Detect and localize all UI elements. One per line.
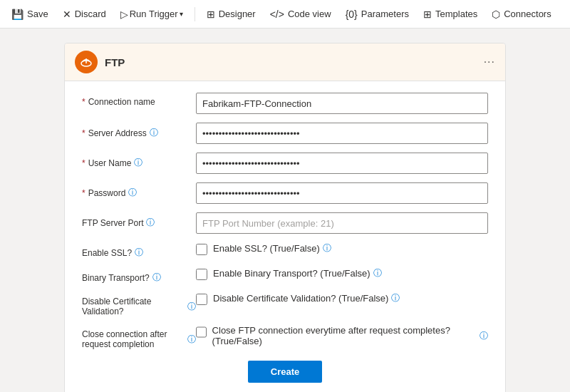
disable-cert-label: Disable Certificate Validation? ⓘ bbox=[82, 292, 196, 316]
binary-transport-label: Binary Transport? ⓘ bbox=[82, 267, 196, 284]
enable-ssl-control: Enable SSL? (True/False) ⓘ bbox=[196, 242, 488, 255]
disable-cert-checkbox-label: Disable Certificate Validation? (True/Fa… bbox=[213, 292, 400, 304]
user-name-info-icon[interactable]: ⓘ bbox=[134, 157, 142, 169]
ftp-title: FTP bbox=[105, 56, 484, 68]
enable-ssl-checkbox[interactable] bbox=[196, 244, 207, 255]
disable-cert-checkbox[interactable] bbox=[196, 294, 207, 305]
close-connection-checkbox-label: Close FTP connection everytime after req… bbox=[212, 325, 488, 346]
templates-label: Templates bbox=[435, 9, 477, 19]
password-control bbox=[196, 182, 488, 204]
run-trigger-dropdown-arrow: ▾ bbox=[180, 10, 183, 18]
designer-icon: ⊞ bbox=[207, 9, 215, 20]
connection-name-label: * Connection name bbox=[82, 93, 196, 107]
save-icon: 💾 bbox=[11, 9, 24, 20]
ftp-port-row: FTP Server Port ⓘ bbox=[82, 212, 488, 234]
templates-icon: ⊞ bbox=[423, 9, 432, 20]
connection-name-row: * Connection name bbox=[82, 93, 488, 114]
enable-ssl-info-icon[interactable]: ⓘ bbox=[135, 247, 143, 259]
parameters-icon: {0} bbox=[346, 9, 358, 20]
connectors-button[interactable]: ⬡ Connectors bbox=[486, 6, 556, 23]
binary-transport-control: Enable Binary Transport? (True/False) ⓘ bbox=[196, 267, 488, 280]
ftp-port-label: FTP Server Port ⓘ bbox=[82, 212, 196, 229]
required-marker: * bbox=[82, 97, 86, 107]
create-button[interactable]: Create bbox=[248, 361, 322, 383]
main-content: FTP ··· * Connection name * Server Addre… bbox=[0, 29, 570, 392]
server-address-input[interactable] bbox=[196, 123, 488, 144]
run-trigger-label: Run Trigger bbox=[130, 9, 178, 19]
password-info-icon[interactable]: ⓘ bbox=[128, 187, 137, 199]
ftp-port-info-icon[interactable]: ⓘ bbox=[146, 217, 155, 229]
enable-ssl-checkbox-info-icon[interactable]: ⓘ bbox=[323, 242, 331, 254]
connectors-label: Connectors bbox=[504, 9, 551, 19]
binary-transport-checkbox-info-icon[interactable]: ⓘ bbox=[373, 267, 382, 279]
server-address-info-icon[interactable]: ⓘ bbox=[150, 127, 158, 139]
user-name-row: * User Name ⓘ bbox=[82, 153, 488, 174]
ftp-port-control bbox=[196, 212, 488, 234]
binary-transport-row: Binary Transport? ⓘ Enable Binary Transp… bbox=[82, 267, 488, 284]
code-view-icon: </> bbox=[270, 9, 284, 20]
disable-cert-control: Disable Certificate Validation? (True/Fa… bbox=[196, 292, 488, 305]
close-connection-control: Close FTP connection everytime after req… bbox=[196, 325, 488, 346]
run-icon: ▷ bbox=[120, 9, 128, 20]
password-input[interactable] bbox=[196, 182, 488, 204]
binary-transport-checkbox-label: Enable Binary Transport? (True/False) ⓘ bbox=[213, 267, 382, 279]
close-connection-checkbox[interactable] bbox=[196, 326, 207, 338]
save-button[interactable]: 💾 Save bbox=[6, 6, 54, 23]
disable-cert-info-icon[interactable]: ⓘ bbox=[187, 301, 196, 313]
ftp-icon bbox=[75, 51, 98, 73]
user-name-label: * User Name ⓘ bbox=[82, 153, 196, 169]
server-address-label: * Server Address ⓘ bbox=[82, 123, 196, 139]
parameters-button[interactable]: {0} Parameters bbox=[340, 6, 415, 23]
close-connection-checkbox-info-icon[interactable]: ⓘ bbox=[480, 330, 488, 342]
close-connection-label: Close connection after request completio… bbox=[82, 325, 196, 349]
discard-icon: ✕ bbox=[63, 9, 71, 20]
ftp-header: FTP ··· bbox=[65, 43, 505, 81]
designer-label: Designer bbox=[219, 9, 256, 19]
connection-name-control bbox=[196, 93, 488, 114]
connection-name-input[interactable] bbox=[196, 93, 488, 114]
server-address-row: * Server Address ⓘ bbox=[82, 123, 488, 144]
ftp-menu-button[interactable]: ··· bbox=[484, 56, 495, 68]
code-view-label: Code view bbox=[288, 9, 331, 19]
discard-button[interactable]: ✕ Discard bbox=[57, 6, 112, 23]
connectors-icon: ⬡ bbox=[492, 9, 500, 20]
user-name-input[interactable] bbox=[196, 153, 488, 174]
enable-ssl-label: Enable SSL? ⓘ bbox=[82, 242, 196, 259]
toolbar-divider-1 bbox=[195, 7, 195, 21]
ftp-card: FTP ··· * Connection name * Server Addre… bbox=[64, 43, 506, 392]
ftp-port-input[interactable] bbox=[196, 212, 488, 234]
enable-ssl-row: Enable SSL? ⓘ Enable SSL? (True/False) ⓘ bbox=[82, 242, 488, 259]
disable-cert-checkbox-info-icon[interactable]: ⓘ bbox=[391, 292, 400, 304]
code-view-button[interactable]: </> Code view bbox=[264, 6, 337, 23]
disable-cert-row: Disable Certificate Validation? ⓘ Disabl… bbox=[82, 292, 488, 316]
templates-button[interactable]: ⊞ Templates bbox=[418, 6, 483, 23]
close-connection-info-icon[interactable]: ⓘ bbox=[187, 334, 196, 346]
form-body: * Connection name * Server Address ⓘ bbox=[65, 81, 505, 392]
server-address-control bbox=[196, 123, 488, 144]
toolbar: 💾 Save ✕ Discard ▷ Run Trigger ▾ ⊞ Desig… bbox=[0, 0, 570, 29]
user-name-control bbox=[196, 153, 488, 174]
run-trigger-button[interactable]: ▷ Run Trigger ▾ bbox=[115, 6, 189, 23]
password-row: * Password ⓘ bbox=[82, 182, 488, 204]
binary-transport-info-icon[interactable]: ⓘ bbox=[152, 272, 161, 284]
close-connection-row: Close connection after request completio… bbox=[82, 325, 488, 349]
create-btn-row: Create bbox=[82, 361, 488, 388]
binary-transport-checkbox[interactable] bbox=[196, 269, 207, 280]
discard-label: Discard bbox=[75, 9, 106, 19]
parameters-label: Parameters bbox=[361, 9, 409, 19]
password-label: * Password ⓘ bbox=[82, 182, 196, 199]
designer-button[interactable]: ⊞ Designer bbox=[201, 6, 261, 23]
enable-ssl-checkbox-label: Enable SSL? (True/False) ⓘ bbox=[213, 242, 331, 254]
save-label: Save bbox=[27, 9, 48, 19]
